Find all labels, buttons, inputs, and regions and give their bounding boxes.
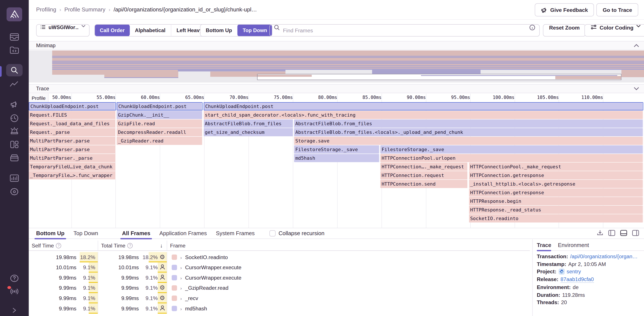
detail-link[interactable]: /api/0/organizations/{organ…: [570, 253, 638, 260]
collapse-recursion-checkbox[interactable]: Collapse recursion: [270, 230, 324, 237]
flame-frame[interactable]: _GzipReader.read: [117, 137, 202, 145]
flame-frame[interactable]: AbstractFileBlob.from_files: [294, 119, 643, 128]
table-row[interactable]: 9.99ms9.1%9.99ms9.1%›CursorWrapper.execu…: [29, 273, 530, 283]
sidebar-item-insights[interactable]: [0, 140, 29, 149]
breadcrumb-profile-summary[interactable]: Profile Summary: [64, 6, 106, 13]
go-to-trace-button[interactable]: Go to Trace: [596, 3, 638, 16]
search-input[interactable]: [283, 24, 526, 36]
flame-frame[interactable]: get_size_and_checksum: [204, 128, 293, 136]
flame-frame[interactable]: Storage.save: [294, 137, 643, 145]
flame-frame[interactable]: ChunkUploadEndpoint.post: [117, 102, 202, 110]
tab-application-frames[interactable]: Application Frames: [160, 228, 207, 239]
direction-option-top-down[interactable]: Top Down: [237, 24, 272, 36]
sidebar-item-issues[interactable]: [0, 33, 29, 41]
detail-link[interactable]: 87aab1d9cfa0: [560, 276, 594, 283]
layout-right-icon[interactable]: [632, 230, 639, 236]
sidebar-item-alerts[interactable]: [0, 127, 29, 135]
flame-frame[interactable]: HTTPResponse.begin: [469, 197, 643, 205]
expand-row-icon[interactable]: ›: [180, 265, 182, 270]
flame-frame[interactable]: start_child_span_decorator.<locals>.func…: [204, 111, 643, 119]
find-frames-search[interactable]: [270, 24, 540, 36]
table-row[interactable]: 9.99ms9.1%9.99ms9.1%›md5hash: [29, 303, 530, 314]
thread-selector[interactable]: uWSGIWor…: [36, 24, 90, 36]
reset-zoom-button[interactable]: Reset Zoom: [543, 24, 586, 36]
flame-frame[interactable]: ChunkUploadEndpoint.post: [29, 102, 116, 110]
checkbox[interactable]: [270, 230, 276, 237]
table-row[interactable]: 9.99ms9.1%9.99ms9.1%⚙›_GzipReader.read: [29, 283, 530, 293]
flame-frame[interactable]: MultiPartParser.parse: [29, 137, 116, 145]
flame-frame[interactable]: DecompressReader.readall: [117, 128, 202, 136]
collapse-minimap-icon[interactable]: [634, 44, 639, 47]
expand-row-icon[interactable]: ›: [180, 275, 182, 280]
expand-row-icon[interactable]: ›: [180, 285, 182, 290]
sidebar-item-whats-new[interactable]: [0, 287, 29, 296]
detail-link[interactable]: sentry: [566, 268, 581, 275]
flame-frame[interactable]: Request.FILES: [29, 111, 116, 119]
frame-cell[interactable]: ›_GzipReader.read: [167, 283, 530, 293]
sentry-logo[interactable]: [0, 7, 29, 21]
sidebar-item-help[interactable]: [0, 274, 29, 283]
direction-option-bottom-up[interactable]: Bottom Up: [200, 24, 238, 36]
details-tab-environment[interactable]: Environment: [558, 240, 589, 251]
flame-frame[interactable]: Request._parse: [29, 128, 116, 136]
flame-frame[interactable]: _install_httplib.<locals>.getresponse: [469, 180, 643, 188]
expand-row-icon[interactable]: ›: [180, 296, 182, 301]
minimap[interactable]: [29, 50, 644, 82]
sidebar-item-replays[interactable]: [0, 114, 29, 123]
frame-header[interactable]: Frame: [167, 241, 530, 251]
flame-frame[interactable]: Request._load_data_and_files: [29, 119, 116, 128]
flame-frame[interactable]: AbstractFileBlob.from_files: [204, 119, 293, 128]
sidebar-item-stats[interactable]: [0, 174, 29, 182]
layout-bottom-icon[interactable]: [620, 230, 627, 236]
table-row[interactable]: 19.98ms18.2%19.98ms18.2%⚙›SocketIO.readi…: [29, 252, 530, 262]
sidebar-expand-button[interactable]: [0, 307, 29, 314]
flame-frame[interactable]: AbstractFileBlob.from_files.<locals>._up…: [294, 128, 643, 136]
flame-frame[interactable]: md5hash: [294, 154, 379, 162]
details-tab-trace[interactable]: Trace: [537, 240, 551, 251]
flame-frame[interactable]: HTTPConnection…._make_request: [380, 163, 468, 171]
flame-frame[interactable]: ChunkUploadEndpoint.post: [204, 102, 643, 110]
tab-system-frames[interactable]: System Frames: [216, 228, 255, 239]
tab-all-frames[interactable]: All Frames: [122, 228, 150, 239]
sidebar-item-feedback[interactable]: [0, 100, 29, 108]
frame-cell[interactable]: ›SocketIO.readinto: [167, 252, 530, 262]
sidebar-item-projects[interactable]: [0, 46, 29, 54]
flame-frame[interactable]: HTTPConnection.send: [380, 180, 468, 188]
sidebar-item-settings[interactable]: [0, 187, 29, 196]
expand-row-icon[interactable]: ›: [180, 255, 182, 260]
flame-frame[interactable]: HTTPConnectionPool.urlopen: [380, 154, 643, 162]
tab-top-down[interactable]: Top Down: [74, 228, 98, 239]
sidebar-item-explore[interactable]: [0, 64, 29, 76]
table-row[interactable]: 10.01ms9.1%10.01ms9.1%›CursorWrapper.exe…: [29, 262, 530, 273]
expand-row-icon[interactable]: ›: [180, 306, 182, 311]
minimap-viewport[interactable]: [257, 74, 621, 80]
flame-frame[interactable]: GzipChunk.__init__: [117, 111, 202, 119]
breadcrumb-profiling[interactable]: Profiling: [36, 6, 56, 13]
sort-option-alphabetical[interactable]: Alphabetical: [130, 24, 171, 36]
flame-frame[interactable]: HTTPConnection.request: [380, 171, 468, 179]
info-icon[interactable]: [530, 24, 535, 30]
tab-bottom-up[interactable]: Bottom Up: [36, 228, 64, 239]
flame-frame[interactable]: MultiPartParser._parse: [29, 154, 116, 162]
flame-frame[interactable]: FilestoreStorage._save: [294, 145, 379, 153]
flame-frame[interactable]: HTTPConnection.getresponse: [469, 188, 643, 197]
layout-left-icon[interactable]: [608, 230, 615, 236]
flame-frame[interactable]: FilestoreStorage._save: [380, 145, 643, 153]
frame-cell[interactable]: ›md5hash: [167, 303, 530, 314]
flame-frame[interactable]: GzipFile.read: [117, 119, 202, 128]
sort-option-call-order[interactable]: Call Order: [94, 24, 130, 36]
color-coding-button[interactable]: Color Coding: [584, 24, 644, 36]
give-feedback-button[interactable]: Give Feedback: [535, 3, 594, 16]
table-row[interactable]: 9.99ms9.1%9.99ms9.1%⚙›_recv: [29, 293, 530, 304]
frame-cell[interactable]: ›_recv: [167, 293, 530, 304]
self-time-header[interactable]: Self Time?: [29, 241, 98, 251]
flame-frame[interactable]: TemporaryFileU…ive_data_chunk: [29, 163, 116, 171]
sidebar-item-crons[interactable]: [0, 153, 29, 162]
flame-frame[interactable]: HTTPConnectionPool._make_request: [469, 163, 643, 171]
flame-frame[interactable]: HTTPResponse._read_status: [469, 206, 643, 214]
flame-frame[interactable]: HTTPConnection.getresponse: [469, 171, 643, 179]
frame-cell[interactable]: ›CursorWrapper.execute: [167, 262, 530, 273]
sidebar-item-dashboards[interactable]: [0, 81, 29, 88]
total-time-header[interactable]: Total Time? ↓: [98, 241, 167, 251]
download-icon[interactable]: [597, 230, 603, 236]
